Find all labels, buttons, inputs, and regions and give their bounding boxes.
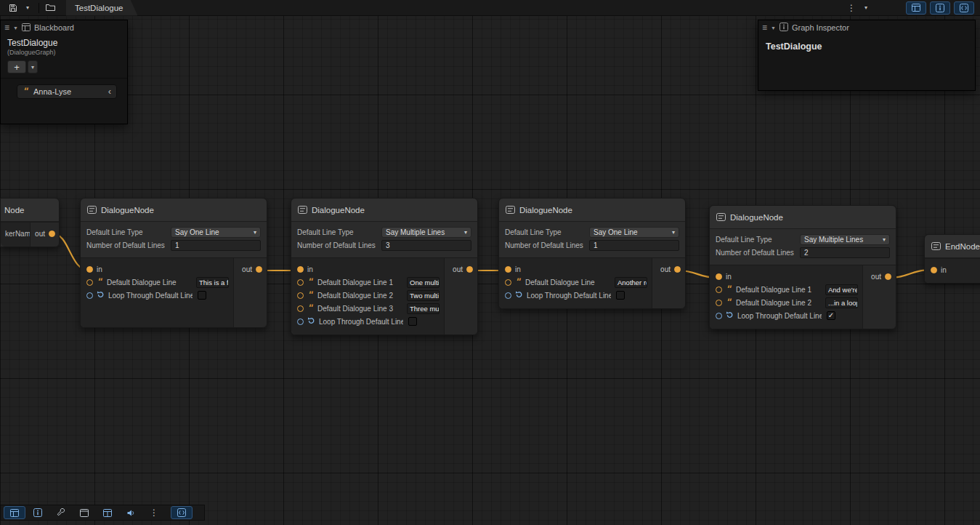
hamburger-icon[interactable]: ≡ xyxy=(762,23,767,33)
in-port[interactable] xyxy=(931,267,937,273)
blackboard-field[interactable]: " Anna-Lyse ‹ xyxy=(17,84,117,99)
breadcrumb-tab[interactable]: TestDialogue xyxy=(66,0,137,16)
in-port-label: in xyxy=(515,265,521,273)
dialogue-line-field[interactable]: Another regu xyxy=(615,277,647,288)
port-label: Default Dialogue Line xyxy=(525,278,610,286)
inspector-selection-title: TestDialogue xyxy=(758,35,975,58)
dialogue-line-field[interactable]: This is a first xyxy=(196,277,229,288)
node-title-bar[interactable]: DialogueNode xyxy=(710,206,896,229)
in-port[interactable] xyxy=(716,273,722,280)
inspector-header[interactable]: ≡ ▼ Graph Inspector xyxy=(758,20,975,35)
blackboard-icon xyxy=(22,23,31,33)
num-default-lines-field[interactable]: 1 xyxy=(589,240,679,251)
prop-label: Default Line Type xyxy=(716,236,800,244)
hamburger-icon[interactable]: ≡ xyxy=(4,23,9,33)
dialogue-node-icon xyxy=(716,213,726,221)
in-port[interactable] xyxy=(505,266,511,273)
dialogue-line-port[interactable] xyxy=(297,279,304,286)
loop-checkbox[interactable]: ✓ xyxy=(827,311,835,320)
out-port[interactable] xyxy=(256,266,262,273)
node-title-bar[interactable]: Node xyxy=(1,199,59,222)
dialogue-node-icon xyxy=(298,206,307,214)
out-port-label: out xyxy=(453,265,463,273)
speaker-node-partial[interactable]: Node kerName out xyxy=(0,198,60,247)
num-default-lines-field[interactable]: 1 xyxy=(171,240,261,251)
field-expander-icon[interactable]: ‹ xyxy=(108,87,111,96)
dialogue-line-port[interactable] xyxy=(297,292,304,299)
node-title-bar[interactable]: EndNode xyxy=(925,235,980,258)
add-property-caret[interactable]: ▾ xyxy=(28,60,38,73)
line-type-dropdown[interactable]: Say Multiple Lines ▾ xyxy=(800,234,890,245)
dialogue-line-port[interactable] xyxy=(297,305,304,312)
frame-icon[interactable] xyxy=(73,506,95,519)
string-icon: " xyxy=(726,300,732,305)
blackboard-panel[interactable]: ≡ ▼ Blackboard TestDialogue (DialogueGra… xyxy=(0,20,128,124)
prop-label: Number of Default Lines xyxy=(716,249,800,257)
line-type-dropdown[interactable]: Say One Line ▾ xyxy=(171,227,261,238)
num-default-lines-field[interactable]: 2 xyxy=(800,247,890,258)
loop-port[interactable] xyxy=(505,292,511,299)
dialogue-line-port[interactable] xyxy=(716,300,722,306)
graph-inspector-panel[interactable]: ≡ ▼ Graph Inspector TestDialogue xyxy=(758,20,976,91)
save-dropdown-caret[interactable]: ▾ xyxy=(21,1,34,15)
collapse-arrow-icon[interactable]: ▼ xyxy=(13,25,18,31)
node-title-bar[interactable]: DialogueNode xyxy=(291,199,477,222)
prop-label: Default Line Type xyxy=(86,228,171,236)
inspector-toggle-button[interactable] xyxy=(930,1,950,15)
dialogue-node-2[interactable]: DialogueNode Default Line Type Say Multi… xyxy=(291,198,478,335)
dialogue-line-field[interactable]: One multiline xyxy=(407,277,440,288)
add-property-button[interactable]: + xyxy=(7,60,26,73)
out-port[interactable] xyxy=(466,266,473,273)
dialogue-line-port[interactable] xyxy=(716,286,722,293)
string-icon: " xyxy=(307,279,314,285)
kebab-menu-icon[interactable]: ⋮ xyxy=(143,506,165,519)
dialogue-line-field[interactable]: And we're... xyxy=(825,284,858,295)
dialogue-node-4[interactable]: DialogueNode Default Line Type Say Multi… xyxy=(709,205,896,329)
dropdown-caret[interactable]: ▾ xyxy=(859,1,872,15)
port-label: Default Dialogue Line xyxy=(107,278,191,286)
dialogue-node-3[interactable]: DialogueNode Default Line Type Say One L… xyxy=(498,198,686,309)
num-default-lines-field[interactable]: 3 xyxy=(381,240,471,251)
blackboard-header[interactable]: ≡ ▼ Blackboard xyxy=(1,20,127,35)
in-port[interactable] xyxy=(297,266,304,273)
dialogue-line-port[interactable] xyxy=(86,279,93,286)
dialogue-node-1[interactable]: DialogueNode Default Line Type Say One L… xyxy=(80,198,267,328)
code-toggle-button[interactable] xyxy=(954,1,974,15)
node-title: DialogueNode xyxy=(730,213,783,222)
end-node[interactable]: EndNode in xyxy=(924,234,980,284)
save-button[interactable] xyxy=(7,1,20,15)
out-port[interactable] xyxy=(885,273,891,280)
node-title-bar[interactable]: DialogueNode xyxy=(81,199,267,222)
dialogue-line-port[interactable] xyxy=(505,279,511,286)
folder-button[interactable] xyxy=(44,1,57,15)
loop-port[interactable] xyxy=(716,313,722,319)
out-port[interactable] xyxy=(49,231,55,237)
line-type-dropdown[interactable]: Say One Line ▾ xyxy=(589,227,679,238)
node-title: DialogueNode xyxy=(312,206,365,215)
blackboard-toggle-button[interactable] xyxy=(906,1,926,15)
out-port[interactable] xyxy=(674,266,681,273)
string-icon: " xyxy=(515,279,522,285)
code-icon[interactable] xyxy=(171,506,193,519)
loop-checkbox[interactable] xyxy=(198,291,206,300)
collapse-arrow-icon[interactable]: ▼ xyxy=(771,25,776,31)
loop-checkbox[interactable] xyxy=(408,317,417,326)
node-title-bar[interactable]: DialogueNode xyxy=(499,199,685,222)
loop-checkbox[interactable] xyxy=(616,291,625,300)
audio-icon[interactable] xyxy=(120,506,142,519)
loop-port[interactable] xyxy=(297,318,304,325)
info-icon[interactable] xyxy=(27,506,49,519)
line-type-dropdown[interactable]: Say Multiple Lines ▾ xyxy=(381,227,471,238)
loop-port[interactable] xyxy=(86,292,93,299)
dialogue-line-field[interactable]: Three multili xyxy=(407,303,440,314)
end-node-icon xyxy=(931,242,941,250)
tools-icon[interactable] xyxy=(50,506,72,519)
kebab-menu-icon[interactable]: ⋮ xyxy=(845,1,858,15)
port-label: Default Dialogue Line 2 xyxy=(317,292,402,300)
blackboard-icon[interactable] xyxy=(4,506,25,519)
dialogue-line-field[interactable]: Two multiline xyxy=(407,290,440,301)
dialogue-line-field[interactable]: ...in a loop xyxy=(825,297,858,308)
in-port[interactable] xyxy=(86,266,93,273)
in-port-label: in xyxy=(726,273,732,281)
table-icon[interactable] xyxy=(97,506,118,519)
